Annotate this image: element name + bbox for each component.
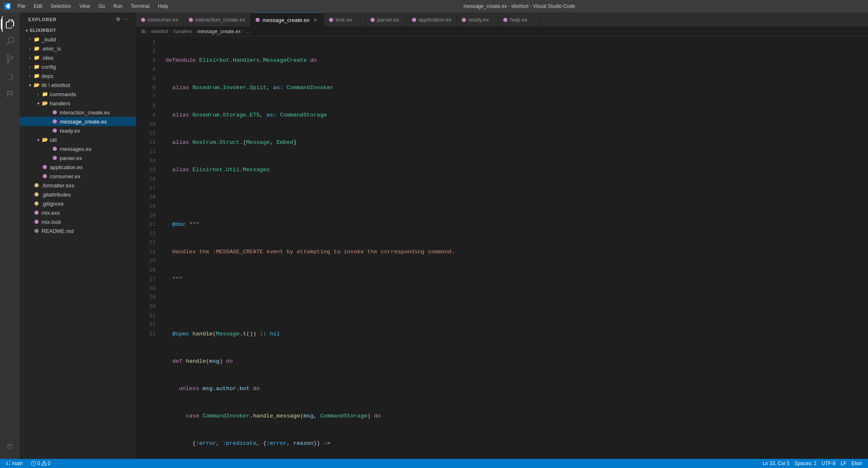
breadcrumb-more[interactable]: ... (246, 29, 250, 34)
folder-icon: 📁 (33, 54, 40, 61)
tab-parser[interactable]: parser.ex (366, 12, 407, 27)
sidebar-header: EXPLORER ⊞ ··· (20, 12, 136, 24)
more-options-icon[interactable]: ··· (123, 17, 128, 22)
sidebar-item-application[interactable]: › application.ex (20, 162, 136, 172)
sidebar-item-consumer[interactable]: › consumer.ex (20, 172, 136, 181)
activity-flask[interactable] (2, 439, 18, 456)
sidebar-item-readme[interactable]: › README.md (20, 226, 136, 235)
encoding-text: UTF-8 (822, 461, 836, 466)
menu-terminal[interactable]: Terminal (127, 2, 153, 10)
sidebar-item-lib[interactable]: ▾ 📂 lib \ elixirbot (20, 80, 136, 90)
sidebar-item-deps[interactable]: › 📁 deps (20, 71, 136, 80)
code-line-9: """ (166, 275, 868, 284)
tab-kick[interactable]: kick.ex (324, 12, 366, 27)
status-encoding[interactable]: UTF-8 (820, 461, 837, 466)
file-icon (51, 127, 58, 134)
code-line-12: def handle(msg) do (166, 357, 868, 366)
code-line-1: defmodule Elixirbot.Handlers.MessageCrea… (166, 56, 868, 65)
menu-file[interactable]: File (14, 2, 29, 10)
file-icon (33, 182, 40, 189)
sidebar-item-interaction-create[interactable]: › interaction_create.ex (20, 108, 136, 117)
sidebar-label-application: application.ex (50, 164, 83, 170)
menu-go[interactable]: Go (95, 2, 108, 10)
sidebar-item-messages[interactable]: › messages.ex (20, 144, 136, 153)
chevron-right-icon: › (27, 65, 33, 69)
activity-source-control[interactable] (2, 51, 18, 67)
sidebar-title: EXPLORER (28, 17, 57, 22)
folder-open-icon: 📂 (41, 136, 48, 143)
line-num-3: 3 (136, 56, 156, 65)
line-num-12: 12 (136, 138, 156, 147)
main-container: EXPLORER ⊞ ··· ▾ ELIXIRBOT › 📁 _build (0, 12, 868, 459)
status-right: Ln 33, Col 5 Spaces: 2 UTF-8 LF Elixir (761, 461, 864, 466)
tab-consumer[interactable]: consumer.ex (136, 12, 184, 27)
breadcrumb-handlers[interactable]: handlers (173, 29, 192, 34)
sidebar-item-handlers[interactable]: ▾ 📂 handlers (20, 99, 136, 108)
line-num-25: 25 (136, 257, 156, 266)
sidebar-item-gitattributes[interactable]: › .gitattributes (20, 190, 136, 199)
line-num-30: 30 (136, 302, 156, 311)
sidebar-item-gitignore[interactable]: › .gitignore (20, 199, 136, 208)
sidebar-label-mix-lock: mix.lock (41, 219, 61, 225)
breadcrumb-file[interactable]: message_create.ex (197, 29, 241, 34)
chevron-down-icon: ▾ (23, 28, 30, 33)
line-num-4: 4 (136, 65, 156, 74)
code-content[interactable]: defmodule Elixirbot.Handlers.MessageCrea… (159, 36, 868, 459)
line-num-23: 23 (136, 238, 156, 247)
sidebar-item-formatter[interactable]: › .formatter.exs (20, 181, 136, 190)
code-line-6 (166, 193, 868, 202)
code-line-15: {:error, :predicate, {:error, reason}} -… (166, 439, 868, 448)
sidebar-item-parser[interactable]: › parser.ex (20, 153, 136, 162)
activity-explorer[interactable] (2, 16, 18, 32)
breadcrumb-elixirbot[interactable]: elixirbot (151, 29, 168, 34)
status-line-ending[interactable]: LF (839, 461, 848, 466)
code-line-8: Handles the :MESSAGE_CREATE event by att… (166, 247, 868, 257)
status-line-col[interactable]: Ln 33, Col 5 (761, 461, 791, 466)
sidebar-item-config[interactable]: › 📁 config (20, 62, 136, 71)
activity-run-debug[interactable] (2, 68, 18, 85)
menu-view[interactable]: View (76, 2, 93, 10)
line-num-6: 6 (136, 83, 156, 92)
sidebar-label-idea: .idea (41, 55, 53, 61)
menu-selection[interactable]: Selection (47, 2, 74, 10)
file-icon (51, 145, 58, 152)
sidebar-item-build[interactable]: › 📁 _build (20, 35, 136, 44)
sidebar-item-ready[interactable]: › ready.ex (20, 126, 136, 135)
menu-bar[interactable]: File Edit Selection View Go Run Terminal… (14, 2, 171, 10)
sidebar-item-util[interactable]: ▾ 📂 util (20, 135, 136, 144)
tab-message-create[interactable]: message_create.ex × (251, 12, 324, 27)
tab-interaction-create[interactable]: interaction_create.ex (184, 12, 251, 27)
menu-run[interactable]: Run (110, 2, 126, 10)
sidebar-label-mix-exs: mix.exs (41, 210, 60, 216)
tab-application[interactable]: application.ex (407, 12, 457, 27)
line-numbers: 1 2 3 4 5 6 7 8 9 10 11 12 13 14 15 16 1… (136, 36, 159, 459)
new-file-icon[interactable]: ⊞ (116, 17, 120, 22)
tab-close-button[interactable]: × (312, 17, 319, 23)
status-language[interactable]: Elixir (850, 461, 864, 466)
sidebar: EXPLORER ⊞ ··· ▾ ELIXIRBOT › 📁 _build (20, 12, 136, 459)
menu-edit[interactable]: Edit (30, 2, 46, 10)
sidebar-item-elixir-ls[interactable]: › 📁 .elixir_ls (20, 44, 136, 53)
tab-help[interactable]: help.ex (498, 12, 540, 27)
activity-search[interactable] (2, 33, 18, 50)
status-errors[interactable]: 0 0 (29, 461, 52, 466)
tab-ready[interactable]: ready.ex (457, 12, 498, 27)
breadcrumb-lib[interactable]: lib (141, 29, 146, 34)
line-num-31: 31 (136, 311, 156, 320)
sidebar-item-mix-lock[interactable]: › mix.lock (20, 217, 136, 226)
menu-help[interactable]: Help (155, 2, 172, 10)
activity-extensions[interactable] (2, 85, 18, 102)
sidebar-root-folder[interactable]: ▾ ELIXIRBOT (20, 26, 136, 35)
status-spaces[interactable]: Spaces: 2 (793, 461, 818, 466)
sidebar-item-commands[interactable]: › 📁 commands (20, 90, 136, 99)
file-icon (51, 155, 58, 161)
sidebar-item-idea[interactable]: › 📁 .idea (20, 53, 136, 62)
code-editor[interactable]: 1 2 3 4 5 6 7 8 9 10 11 12 13 14 15 16 1… (136, 36, 868, 459)
code-line-13: unless msg.author.bot do (166, 384, 868, 393)
sidebar-item-message-create[interactable]: › message_create.ex (20, 117, 136, 126)
editor-area: consumer.ex interaction_create.ex messag… (136, 12, 868, 459)
line-num-13: 13 (136, 147, 156, 156)
sidebar-item-mix-exs[interactable]: › mix.exs (20, 208, 136, 217)
status-branch[interactable]: main (4, 461, 24, 466)
line-num-5: 5 (136, 74, 156, 83)
